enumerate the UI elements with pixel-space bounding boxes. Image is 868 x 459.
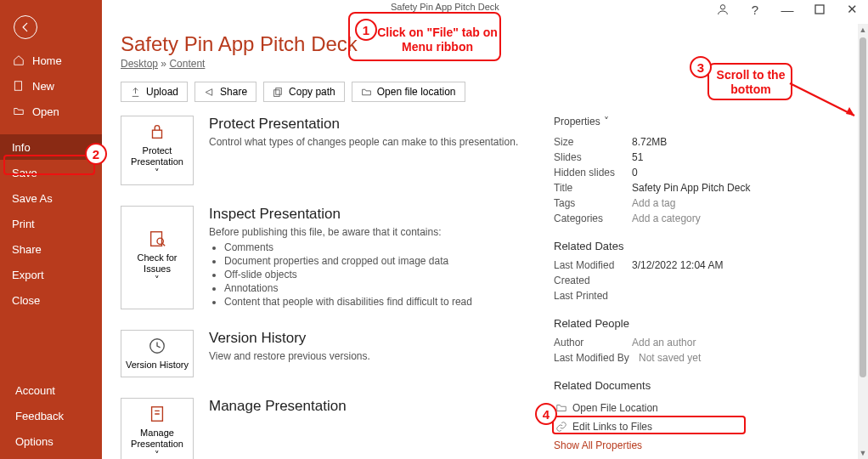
- prop-value[interactable]: Add a category: [632, 212, 701, 224]
- chevron-down-icon: ˅: [604, 116, 609, 128]
- prop-value[interactable]: Safety Pin App Pitch Deck: [632, 182, 750, 194]
- nav-options[interactable]: Options: [0, 428, 102, 454]
- annotation-bubble-2: 2: [85, 143, 107, 165]
- open-file-location-button[interactable]: Open file location: [352, 82, 465, 102]
- people-value: Not saved yet: [639, 352, 701, 364]
- annotation-bubble-3: 3: [690, 56, 712, 78]
- nav-label: Save As: [12, 192, 53, 205]
- prop-value[interactable]: Add a tag: [632, 197, 675, 209]
- section-title: Inspect Presentation: [209, 206, 472, 223]
- nav-label: Open: [32, 105, 59, 118]
- upload-button[interactable]: Upload: [121, 82, 188, 102]
- nav-label: Options: [15, 435, 54, 448]
- backstage-sidebar: Home New Open Info Save Save As Print Sh…: [0, 0, 102, 459]
- nav-label: Info: [12, 141, 31, 154]
- annotation-text-3: Scroll to the bottom: [712, 68, 790, 97]
- section-desc: Control what types of changes people can…: [209, 136, 518, 148]
- protect-presentation-button[interactable]: Protect Presentation ˅: [121, 116, 194, 185]
- breadcrumb-link[interactable]: Desktop: [121, 58, 158, 70]
- scroll-up-arrow[interactable]: ▲: [858, 24, 868, 36]
- inspect-item: Document properties and cropped out imag…: [224, 255, 472, 267]
- nav-feedback[interactable]: Feedback: [0, 403, 102, 428]
- nav-save-as[interactable]: Save As: [0, 185, 102, 211]
- open-file-location-link[interactable]: Open File Location: [554, 399, 809, 417]
- folder-icon: [555, 402, 567, 414]
- related-dates-header: Related Dates: [554, 240, 809, 252]
- nav-label: Account: [15, 384, 55, 397]
- svg-rect-4: [274, 89, 280, 96]
- prop-key: Size: [554, 136, 632, 148]
- annotation-box-4: [552, 416, 746, 434]
- section-title: Manage Presentation: [209, 398, 347, 415]
- help-icon[interactable]: ?: [747, 2, 763, 17]
- date-key: Last Modified: [554, 259, 632, 271]
- back-button[interactable]: [14, 15, 37, 39]
- nav-label: Feedback: [15, 410, 64, 422]
- show-all-properties-link[interactable]: Show All Properties: [554, 439, 642, 451]
- svg-rect-3: [276, 88, 282, 94]
- nav-label: Close: [12, 294, 40, 307]
- prop-key: Slides: [554, 151, 632, 163]
- check-for-issues-button[interactable]: Check for Issues ˅: [121, 206, 194, 309]
- prop-value: 51: [632, 151, 643, 163]
- nav-label: Share: [12, 243, 42, 256]
- lock-icon: [148, 122, 166, 142]
- nav-label: Export: [12, 269, 44, 281]
- people-key: Author: [554, 337, 632, 348]
- section-title: Protect Presentation: [209, 116, 518, 133]
- minimize-button[interactable]: —: [780, 2, 795, 17]
- section-desc: View and restore previous versions.: [209, 350, 370, 362]
- nav-label: Home: [32, 54, 62, 67]
- annotation-bubble-4: 4: [535, 403, 557, 425]
- prop-key: Tags: [554, 197, 632, 209]
- prop-key: Categories: [554, 212, 632, 224]
- related-people-header: Related People: [554, 317, 809, 330]
- annotation-arrow: [788, 82, 865, 133]
- inspect-item: Content that people with disabilities fi…: [224, 296, 472, 308]
- people-key: Last Modified By: [554, 352, 639, 364]
- svg-point-1: [720, 5, 724, 9]
- new-icon: [12, 79, 25, 93]
- breadcrumb-link[interactable]: Content: [169, 58, 205, 70]
- svg-point-7: [157, 238, 163, 244]
- version-history-button[interactable]: Version History: [121, 330, 194, 377]
- scroll-down-arrow[interactable]: ▼: [858, 447, 868, 459]
- nav-open[interactable]: Open: [0, 99, 102, 124]
- svg-rect-0: [14, 82, 21, 91]
- nav-account[interactable]: Account: [0, 377, 102, 403]
- nav-close[interactable]: Close: [0, 287, 102, 313]
- section-title: Version History: [209, 330, 370, 347]
- date-key: Last Printed: [554, 290, 632, 302]
- annotation-bubble-1: 1: [355, 19, 377, 41]
- inspect-item: Comments: [224, 241, 472, 253]
- annotation-box-2: [3, 155, 95, 175]
- properties-dropdown[interactable]: Properties ˅: [554, 116, 809, 128]
- nav-share[interactable]: Share: [0, 236, 102, 262]
- nav-label: Print: [12, 218, 35, 230]
- related-documents-header: Related Documents: [554, 379, 809, 392]
- chevron-down-icon: ˅: [155, 450, 160, 459]
- maximize-button[interactable]: [812, 2, 827, 17]
- inspect-item: Annotations: [224, 282, 472, 294]
- close-button[interactable]: ✕: [844, 2, 860, 17]
- chevron-down-icon: ˅: [155, 167, 160, 178]
- copy-path-button[interactable]: Copy path: [263, 82, 345, 102]
- section-lead: Before publishing this file, be aware th…: [209, 226, 472, 238]
- prop-key: Hidden slides: [554, 167, 632, 178]
- manage-icon: [148, 404, 166, 424]
- people-value[interactable]: Add an author: [632, 337, 696, 348]
- prop-value: 8.72MB: [632, 136, 667, 148]
- nav-new[interactable]: New: [0, 73, 102, 99]
- document-title-small: Safety Pin App Pitch Deck: [391, 2, 499, 12]
- annotation-text-1: Click on "File" tab on Menu ribbon: [374, 26, 501, 54]
- svg-rect-5: [153, 130, 162, 138]
- nav-print[interactable]: Print: [0, 211, 102, 236]
- prop-value: 0: [632, 167, 638, 178]
- nav-home[interactable]: Home: [0, 48, 102, 73]
- prop-key: Title: [554, 182, 632, 194]
- nav-export[interactable]: Export: [0, 262, 102, 287]
- date-key: Created: [554, 275, 632, 286]
- user-icon[interactable]: [715, 2, 730, 17]
- share-button[interactable]: Share: [194, 82, 256, 102]
- manage-presentation-button[interactable]: Manage Presentation ˅: [121, 398, 194, 459]
